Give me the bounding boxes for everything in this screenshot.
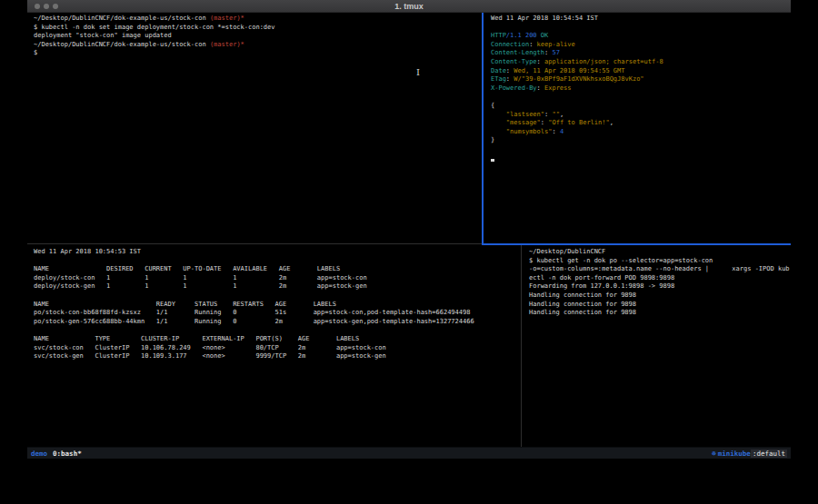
kube-namespace: :default	[751, 450, 787, 458]
terminal-line: Handling connection for 9898	[529, 301, 791, 310]
window-tab-bash[interactable]: 0:bash*	[53, 450, 82, 458]
terminal-line: $ kubectl -n dok set image deployment/st…	[34, 24, 482, 33]
window-footer	[27, 459, 791, 464]
terminal-line: "numsymbols": 4	[491, 128, 791, 137]
kube-context: minikube	[718, 450, 751, 458]
close-button[interactable]	[35, 4, 40, 9]
terminal-line: ~/Desktop/DublinCNCF/dok-example-us/stoc…	[34, 15, 482, 24]
terminal-line: "message": "Off to Berlin!",	[491, 119, 791, 128]
pane-divider-vertical-top[interactable]	[482, 13, 484, 245]
terminal-line: svc/stock-con ClusterIP 10.106.78.249 <n…	[34, 344, 520, 353]
terminal-line: Handling connection for 9898	[529, 309, 791, 318]
terminal-line: Handling connection for 9898	[529, 292, 791, 301]
terminal-line: Date: Wed, 11 Apr 2018 09:54:55 GMT	[491, 67, 791, 76]
terminal-line: deployment "stock-con" image updated	[34, 32, 482, 41]
terminal-line	[491, 93, 791, 102]
terminal-line: Content-Length: 57	[491, 49, 791, 58]
terminal-line: HTTP/1.1 200 OK	[491, 32, 791, 41]
terminal-line: "lastseen": "",	[491, 111, 791, 120]
terminal-line	[491, 24, 791, 33]
traffic-lights	[35, 4, 58, 9]
terminal-line: X-Powered-By: Express	[491, 84, 791, 94]
tmux-status-bar: demo 0:bash* ☸ minikube :default	[27, 447, 791, 459]
tmux-panes-area: ~/Desktop/DublinCNCF/dok-example-us/stoc…	[27, 13, 791, 447]
terminal-line: po/stock-con-bb68f88fd-kzsxz 1/1 Running…	[34, 309, 520, 318]
terminal-line: $ kubectl get -n dok po --selector=app=s…	[529, 257, 791, 266]
terminal-line: deploy/stock-con 1 1 1 1 2m app=stock-co…	[34, 274, 520, 283]
terminal-line: deploy/stock-gen 1 1 1 1 2m app=stock-ge…	[34, 282, 520, 292]
session-name: demo	[31, 450, 47, 458]
terminal-line: ETag: W/"39-0xBPf9aF1dXVNkhsxoBQgJ8vKzo"	[491, 75, 791, 84]
pane-http-response-top-right[interactable]: Wed 11 Apr 2018 10:54:54 ISTHTTP/1.1 200…	[484, 13, 791, 242]
kubernetes-helm-icon: ☸	[712, 450, 716, 458]
pane-divider-horizontal-left[interactable]	[27, 243, 482, 244]
titlebar[interactable]: 1. tmux	[27, 0, 791, 13]
terminal-line: NAME READY STATUS RESTARTS AGE LABELS	[34, 301, 520, 310]
pane-kubectl-watch-bottom-left[interactable]: Wed 11 Apr 2018 10:54:53 ISTNAME DESIRED…	[27, 246, 520, 447]
terminal-line: NAME DESIRED CURRENT UP-TO-DATE AVAILABL…	[34, 265, 520, 274]
ibeam-mouse-cursor-icon: I	[416, 67, 424, 78]
terminal-line: Wed 11 Apr 2018 10:54:53 IST	[34, 248, 520, 257]
terminal-line: -o=custom-columns=:metadata.name --no-he…	[529, 265, 791, 274]
terminal-line	[34, 326, 520, 335]
terminal-line: $	[34, 49, 482, 58]
minimize-button[interactable]	[44, 4, 49, 9]
terminal-line: Forwarding from 127.0.0.1:9898 -> 9898	[529, 282, 791, 292]
terminal-line: }	[491, 136, 791, 145]
terminal-line	[491, 145, 791, 154]
terminal-line	[34, 257, 520, 266]
pane-divider-vertical-bottom[interactable]	[521, 245, 522, 447]
terminal-line: ~/Desktop/DublinCNCF/dok-example-us/stoc…	[34, 41, 482, 50]
pane-divider-horizontal-right[interactable]	[482, 243, 791, 245]
terminal-line: Connection: keep-alive	[491, 41, 791, 50]
window-title: 1. tmux	[27, 2, 791, 11]
terminal-window: 1. tmux ~/Desktop/DublinCNCF/dok-example…	[27, 0, 791, 464]
terminal-line: {	[491, 102, 791, 111]
pane-port-forward-bottom-right[interactable]: ~/Desktop/DublinCNCF$ kubectl get -n dok…	[523, 246, 791, 447]
terminal-line: svc/stock-gen ClusterIP 10.109.3.177 <no…	[34, 352, 520, 361]
terminal-line	[34, 292, 520, 301]
terminal-line: ectl -n dok port-forward POD 9898:9898	[529, 274, 791, 283]
terminal-line: NAME TYPE CLUSTER-IP EXTERNAL-IP PORT(S)…	[34, 335, 520, 344]
zoom-button[interactable]	[53, 4, 58, 9]
terminal-line: po/stock-gen-576cc688bb-44kmn 1/1 Runnin…	[34, 318, 520, 327]
terminal-line: ~/Desktop/DublinCNCF	[529, 248, 791, 257]
terminal-line: Wed 11 Apr 2018 10:54:54 IST	[491, 15, 791, 24]
terminal-line: Content-Type: application/json; charset=…	[491, 58, 791, 67]
pane-shell-top-left[interactable]: ~/Desktop/DublinCNCF/dok-example-us/stoc…	[27, 13, 482, 242]
terminal-line	[491, 154, 791, 163]
